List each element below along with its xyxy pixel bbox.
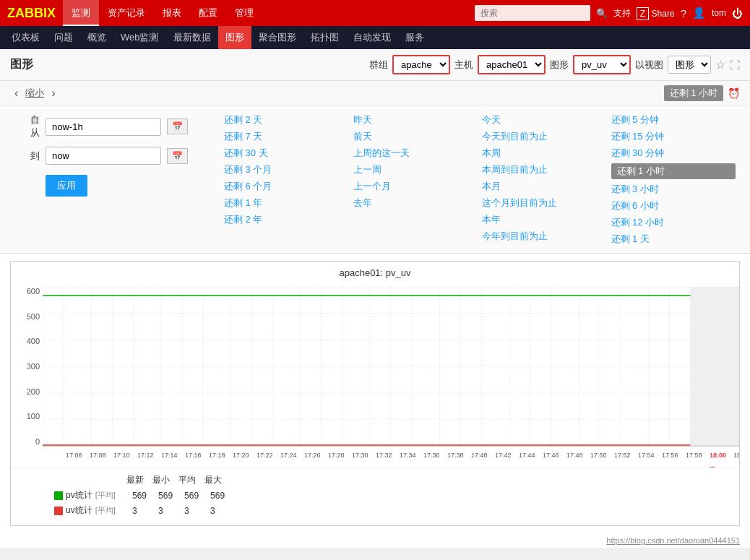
quick-times-grid: 还剩 2 天 还剩 7 天 还剩 30 天 还剩 3 个月 还剩 6 个月 还剩…	[210, 106, 750, 253]
y-label-600: 600	[14, 287, 40, 296]
svg-text:17:18: 17:18	[209, 452, 225, 459]
svg-text:17:58: 17:58	[686, 452, 702, 459]
share-link[interactable]: Z Share	[637, 8, 675, 19]
period-15min[interactable]: 还剩 15 分钟	[611, 130, 736, 143]
view-select[interactable]: 图形	[668, 56, 711, 74]
svg-text:17:04: 17:04	[43, 459, 44, 468]
period-1day[interactable]: 还剩 1 天	[611, 233, 736, 246]
svg-text:17:08: 17:08	[90, 452, 106, 459]
clock-icon[interactable]: ⏰	[728, 87, 740, 99]
from-label: 自从	[22, 113, 40, 139]
logo-z: Z	[7, 6, 15, 20]
period-this-week[interactable]: 本周	[482, 147, 607, 160]
subnav-service[interactable]: 服务	[398, 26, 431, 49]
period-2days[interactable]: 还剩 2 天	[224, 113, 349, 126]
svg-text:17:48: 17:48	[566, 452, 583, 459]
next-time-btn[interactable]: ›	[47, 85, 59, 101]
period-month-sofar[interactable]: 这个月到目前为止	[482, 197, 607, 210]
period-year-sofar[interactable]: 今年到目前为止	[482, 230, 607, 243]
nav-item-reports[interactable]: 报表	[154, 0, 190, 26]
svg-text:17:30: 17:30	[352, 452, 368, 459]
group-label: 群组	[369, 59, 388, 72]
nav-item-config[interactable]: 配置	[190, 0, 226, 26]
search-input[interactable]	[475, 5, 590, 21]
svg-text:17:28: 17:28	[328, 452, 345, 459]
svg-text:17:22: 17:22	[257, 452, 273, 459]
main-content: 图形 群组 apache 主机 apache01 图形 pv_uv 以视图 图形…	[0, 49, 750, 548]
time-form: 自从 📅 到 📅 应用	[0, 106, 210, 253]
to-input[interactable]	[46, 147, 161, 165]
csdn-link[interactable]: https://blog.csdn.net/daoruan0444151	[606, 536, 740, 545]
period-3hours[interactable]: 还剩 3 小时	[611, 183, 736, 196]
period-3months[interactable]: 还剩 3 个月	[224, 163, 349, 176]
subnav-topology[interactable]: 拓扑图	[303, 26, 346, 49]
chart-svg: 17:04 17:06 17:08 17:10 17:12 17:14 17:1…	[43, 287, 739, 468]
chart-legend: 最新 最小 平均 最大 pv统计 [平均] 569 569	[11, 468, 739, 525]
period-30days[interactable]: 还剩 30 天	[224, 147, 349, 160]
pv-max: 569	[204, 488, 230, 503]
footer-link[interactable]: https://blog.csdn.net/daoruan0444151	[0, 533, 750, 548]
graph-select[interactable]: pv_uv	[573, 55, 631, 74]
quick-times-col3: 今天 今天到目前为止 本周 本周到目前为止 本月 这个月到目前为止 本年 今年到…	[482, 113, 607, 246]
to-calendar-btn[interactable]: 📅	[167, 148, 188, 164]
zoom-label[interactable]: 缩小	[25, 87, 44, 100]
y-axis: 0 100 200 300 400 500 600	[11, 287, 43, 468]
search-icon[interactable]: 🔍	[596, 8, 608, 19]
subnav-dashboard[interactable]: 仪表板	[4, 26, 47, 49]
period-6months[interactable]: 还剩 6 个月	[224, 180, 349, 193]
expand-icon[interactable]: ⛶	[730, 59, 740, 71]
period-1year[interactable]: 还剩 1 年	[224, 197, 349, 210]
chart-wrapper: 0 100 200 300 400 500 600	[11, 287, 739, 468]
period-daybeforeyest[interactable]: 前天	[353, 130, 478, 143]
support-link[interactable]: 支持	[613, 7, 631, 20]
period-yesterday[interactable]: 昨天	[353, 113, 478, 126]
logo-text: ABBIX	[15, 6, 56, 20]
logout-icon[interactable]: ⏻	[732, 7, 743, 20]
period-2years[interactable]: 还剩 2 年	[224, 213, 349, 226]
from-input[interactable]	[46, 118, 161, 136]
period-last-month[interactable]: 上一个月	[353, 180, 478, 193]
period-today[interactable]: 今天	[482, 113, 607, 126]
nav-item-admin[interactable]: 管理	[226, 0, 262, 26]
user-icon[interactable]: 👤	[692, 7, 706, 20]
period-this-year[interactable]: 本年	[482, 213, 607, 226]
subnav-overview[interactable]: 概览	[80, 26, 113, 49]
period-12hours[interactable]: 还剩 12 小时	[611, 216, 736, 229]
subnav-discovery[interactable]: 自动发现	[346, 26, 398, 49]
host-select[interactable]: apache01	[478, 55, 546, 74]
group-select[interactable]: apache	[392, 55, 450, 74]
uv-color-box	[54, 507, 63, 515]
from-calendar-btn[interactable]: 📅	[167, 119, 188, 134]
period-30min[interactable]: 还剩 30 分钟	[611, 147, 736, 160]
period-5min[interactable]: 还剩 5 分钟	[611, 113, 736, 126]
help-icon[interactable]: ?	[681, 7, 686, 20]
pv-min: 569	[152, 488, 178, 503]
subnav-webmon[interactable]: Web监测	[113, 26, 166, 49]
period-week-sofar[interactable]: 本周到目前为止	[482, 163, 607, 176]
subnav-screens[interactable]: 聚合图形	[251, 26, 303, 49]
period-6hours[interactable]: 还剩 6 小时	[611, 199, 736, 212]
legend-row-pv: pv统计 [平均] 569 569 569 569	[54, 488, 230, 503]
apply-button[interactable]: 应用	[46, 175, 87, 197]
graph-label: 图形	[550, 59, 569, 72]
period-1hour[interactable]: 还剩 1 小时	[611, 163, 736, 179]
favorite-icon[interactable]: ☆	[715, 58, 725, 72]
period-this-month[interactable]: 本月	[482, 180, 607, 193]
svg-text:17:40: 17:40	[471, 452, 488, 459]
subnav-problems[interactable]: 问题	[47, 26, 80, 49]
period-today-sofar[interactable]: 今天到目前为止	[482, 130, 607, 143]
svg-text:17:50: 17:50	[590, 452, 607, 459]
period-last-year[interactable]: 去年	[353, 197, 478, 210]
period-thisday-lastweek[interactable]: 上周的这一天	[353, 147, 478, 160]
period-7days[interactable]: 还剩 7 天	[224, 130, 349, 143]
nav-item-monitor[interactable]: 监测	[63, 0, 99, 26]
nav-item-assets[interactable]: 资产记录	[99, 0, 154, 26]
subnav-graphs[interactable]: 图形	[218, 26, 251, 49]
chart-svg-container[interactable]: 17:04 17:06 17:08 17:10 17:12 17:14 17:1…	[43, 287, 739, 468]
to-row: 到 📅	[22, 147, 188, 165]
y-label-500: 500	[14, 312, 40, 321]
svg-text:18:02: 18:02	[733, 452, 739, 459]
period-last-week[interactable]: 上一周	[353, 163, 478, 176]
subnav-latestdata[interactable]: 最新数据	[166, 26, 218, 49]
prev-time-btn[interactable]: ‹	[10, 85, 22, 101]
